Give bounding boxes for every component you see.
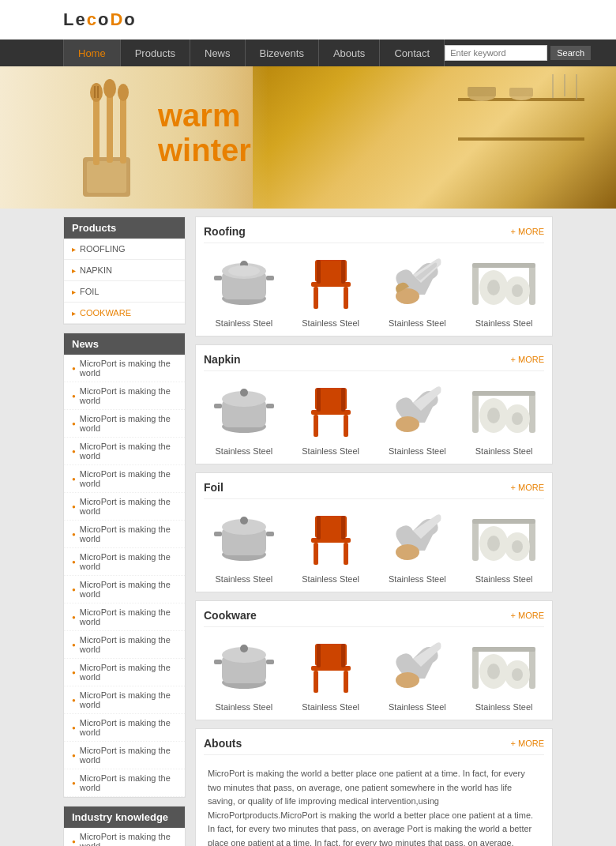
svg-rect-4 xyxy=(107,90,113,163)
svg-rect-31 xyxy=(341,260,345,284)
nav-home[interactable]: Home xyxy=(63,39,121,66)
svg-rect-71 xyxy=(341,516,345,540)
cookware-product-3[interactable]: Stainless Steel xyxy=(464,635,543,712)
abouts-more[interactable]: + MORE xyxy=(511,739,544,748)
cookware-product-0[interactable]: Stainless Steel xyxy=(205,635,284,712)
news-item-7[interactable]: MicroPort is making the world xyxy=(64,548,185,576)
napkin-img-0 xyxy=(208,379,280,442)
sidebar-products-title: Products xyxy=(64,217,185,239)
product-img-roll-0 xyxy=(468,251,539,314)
napkin-product-2[interactable]: Stainless Steel xyxy=(377,379,456,456)
news-item-4[interactable]: MicroPort is making the world xyxy=(64,465,185,493)
foil-img-3 xyxy=(468,507,539,570)
news-item-8[interactable]: MicroPort is making the world xyxy=(64,576,185,603)
roofing-header: Roofing + MORE xyxy=(204,225,544,243)
napkin-img-3 xyxy=(468,379,539,442)
news-item-2[interactable]: MicroPort is making the world xyxy=(64,410,185,438)
svg-rect-33 xyxy=(472,265,479,305)
cookware-more[interactable]: + MORE xyxy=(511,611,544,620)
sidebar-news-section: News MicroPort is making the world Micro… xyxy=(63,333,186,798)
product-item-0[interactable]: Stainless Steel xyxy=(205,251,284,328)
napkin-label-0: Stainless Steel xyxy=(205,446,284,456)
product-item-3[interactable]: Stainless Steel xyxy=(464,251,543,328)
sidebar-item-roofling[interactable]: ROOFLING xyxy=(64,239,185,260)
napkin-product-1[interactable]: Stainless Steel xyxy=(291,379,370,456)
cookware-img-1 xyxy=(295,635,366,698)
foil-more[interactable]: + MORE xyxy=(511,483,544,492)
napkin-header: Napkin + MORE xyxy=(204,353,544,371)
foil-product-3[interactable]: Stainless Steel xyxy=(464,507,543,584)
foil-label-3: Stainless Steel xyxy=(464,574,543,584)
napkin-section: Napkin + MORE Stainle xyxy=(195,344,553,464)
napkin-more[interactable]: + MORE xyxy=(511,355,544,364)
svg-rect-49 xyxy=(344,415,348,437)
nav-news[interactable]: News xyxy=(190,39,246,66)
cookware-product-2[interactable]: Stainless Steel xyxy=(377,635,456,712)
cookware-title: Cookware xyxy=(204,609,257,622)
foil-product-0[interactable]: Stainless Steel xyxy=(205,507,284,584)
foil-label-2: Stainless Steel xyxy=(377,574,456,584)
napkin-label-1: Stainless Steel xyxy=(291,446,370,456)
svg-rect-69 xyxy=(344,543,348,565)
nav-products[interactable]: Products xyxy=(121,39,190,66)
foil-img-2 xyxy=(381,507,453,570)
cookware-product-1[interactable]: Stainless Steel xyxy=(291,635,370,712)
svg-rect-73 xyxy=(472,521,479,561)
sidebar: Products ROOFLING NAPKIN FOIL COOKWARE N… xyxy=(63,216,186,846)
foil-products: Stainless Steel Stainless Steel xyxy=(204,507,544,584)
napkin-product-3[interactable]: Stainless Steel xyxy=(464,379,543,456)
sidebar-item-cookware[interactable]: COOKWARE xyxy=(64,303,185,324)
news-item-5[interactable]: MicroPort is making the world xyxy=(64,493,185,521)
nav-contact[interactable]: Contact xyxy=(380,39,445,66)
industry-item-0[interactable]: MicroPort is making the world xyxy=(64,828,185,846)
sidebar-industry-title: Industry knowledge xyxy=(64,807,185,828)
news-item-1[interactable]: MicroPort is making the world xyxy=(64,382,185,410)
svg-rect-74 xyxy=(529,521,535,561)
news-item-12[interactable]: MicroPort is making the world xyxy=(64,686,185,714)
svg-rect-93 xyxy=(472,649,479,689)
news-item-10[interactable]: MicroPort is making the world xyxy=(64,631,185,659)
cookware-products: Stainless Steel Stainless Steel xyxy=(204,635,544,712)
product-label-1: Stainless Steel xyxy=(291,318,370,328)
napkin-img-2 xyxy=(381,379,453,442)
nav-bizevents[interactable]: Bizevents xyxy=(246,39,319,66)
news-item-0[interactable]: MicroPort is making the world xyxy=(64,355,185,382)
foil-product-2[interactable]: Stainless Steel xyxy=(377,507,456,584)
search-button[interactable]: Search xyxy=(550,46,591,60)
roofing-products: Stainless Steel Stainless Steel xyxy=(204,251,544,328)
news-item-6[interactable]: MicroPort is making the world xyxy=(64,521,185,548)
sidebar-item-foil[interactable]: FOIL xyxy=(64,281,185,303)
foil-product-1[interactable]: Stainless Steel xyxy=(291,507,370,584)
roofing-more[interactable]: + MORE xyxy=(511,227,544,236)
roofing-title: Roofing xyxy=(204,225,246,238)
product-item-1[interactable]: Stainless Steel xyxy=(291,251,370,328)
sidebar-item-napkin[interactable]: NAPKIN xyxy=(64,260,185,281)
svg-rect-68 xyxy=(314,543,318,565)
news-item-14[interactable]: MicroPort is making the world xyxy=(64,742,185,769)
svg-rect-30 xyxy=(317,260,321,284)
news-item-9[interactable]: MicroPort is making the world xyxy=(64,603,185,631)
search-area: Search xyxy=(445,45,591,61)
foil-img-0 xyxy=(208,507,280,570)
svg-rect-6 xyxy=(120,94,126,164)
napkin-product-0[interactable]: Stainless Steel xyxy=(205,379,284,456)
svg-rect-65 xyxy=(266,532,274,536)
svg-point-25 xyxy=(228,265,260,276)
nav-abouts[interactable]: Abouts xyxy=(319,39,380,66)
cookware-label-0: Stainless Steel xyxy=(205,702,284,712)
product-item-2[interactable]: Stainless Steel xyxy=(377,251,456,328)
main-content: Products ROOFLING NAPKIN FOIL COOKWARE N… xyxy=(0,209,616,846)
svg-point-83 xyxy=(240,645,248,652)
search-input[interactable] xyxy=(445,45,547,61)
foil-title: Foil xyxy=(204,481,223,494)
svg-point-5 xyxy=(103,79,116,98)
news-item-3[interactable]: MicroPort is making the world xyxy=(64,438,185,465)
svg-rect-15 xyxy=(509,88,533,96)
news-item-15[interactable]: MicroPort is making the world xyxy=(64,769,185,797)
news-item-11[interactable]: MicroPort is making the world xyxy=(64,659,185,686)
product-label-0: Stainless Steel xyxy=(205,318,284,328)
svg-rect-95 xyxy=(472,647,535,652)
svg-point-97 xyxy=(487,664,500,679)
news-item-13[interactable]: MicroPort is making the world xyxy=(64,714,185,742)
svg-rect-75 xyxy=(472,519,535,524)
